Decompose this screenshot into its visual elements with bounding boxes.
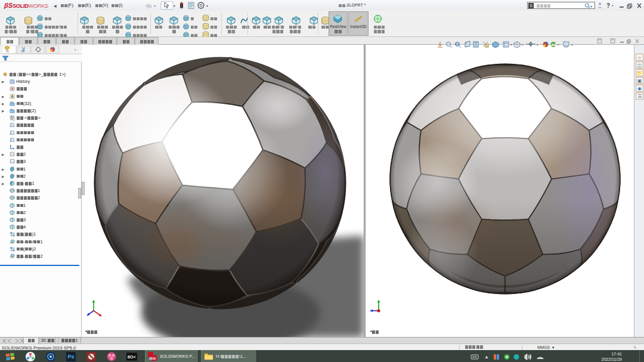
svg-text:8O<: 8O< xyxy=(128,354,136,360)
svg-text:▾: ▾ xyxy=(612,4,614,7)
svg-text:▾: ▾ xyxy=(174,4,175,8)
svg-text:2019: 2019 xyxy=(149,357,156,360)
svg-text:▾: ▾ xyxy=(510,43,512,47)
svg-text:▾: ▾ xyxy=(206,4,208,8)
svg-text:▾: ▾ xyxy=(590,5,592,8)
svg-text:▾: ▾ xyxy=(154,4,156,8)
svg-text:▲: ▲ xyxy=(484,354,489,360)
svg-text:›: › xyxy=(75,48,76,52)
svg-text:▾: ▾ xyxy=(537,43,538,47)
svg-text:βS: βS xyxy=(4,2,13,9)
svg-text:▾: ▾ xyxy=(571,43,573,47)
svg-text:▾: ▾ xyxy=(522,43,524,47)
svg-text:A: A xyxy=(11,94,14,98)
svg-text:▾: ▾ xyxy=(558,43,559,47)
svg-text:SOLIDWORKS: SOLIDWORKS xyxy=(13,3,48,9)
svg-text:?: ? xyxy=(606,2,610,9)
